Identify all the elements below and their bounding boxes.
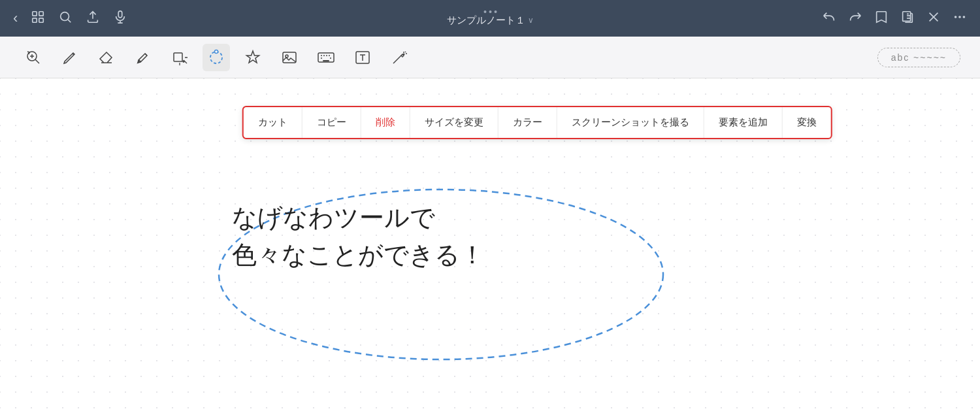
copy-button[interactable]: コピー xyxy=(302,107,361,138)
svg-line-34 xyxy=(393,56,401,63)
lasso-tool[interactable] xyxy=(203,44,230,71)
cut-button[interactable]: カット xyxy=(244,107,302,138)
top-nav: ‹ xyxy=(0,0,980,37)
svg-point-38 xyxy=(403,54,404,55)
svg-point-11 xyxy=(958,16,961,18)
image-tool[interactable] xyxy=(276,44,303,71)
svg-rect-7 xyxy=(903,11,911,21)
delete-button[interactable]: 削除 xyxy=(361,107,410,138)
color-button[interactable]: カラー xyxy=(498,107,557,138)
add-element-button[interactable]: 要素を追加 xyxy=(704,107,783,138)
toolbar-tools xyxy=(20,44,871,71)
nav-dots xyxy=(483,10,497,13)
star-tool[interactable] xyxy=(239,44,267,71)
svg-point-20 xyxy=(215,50,218,53)
dot-3 xyxy=(494,10,497,13)
nav-title-chevron-icon: ∨ xyxy=(528,16,534,25)
svg-rect-2 xyxy=(33,18,37,22)
svg-line-37 xyxy=(405,52,406,52)
mic-icon[interactable] xyxy=(113,10,127,27)
nav-title[interactable]: サンプルノート１ ∨ xyxy=(447,14,534,27)
shape-tool[interactable] xyxy=(166,44,193,71)
nav-right xyxy=(822,10,967,27)
dot-2 xyxy=(489,10,491,13)
canvas-area[interactable]: カット コピー 削除 サイズを変更 カラー スクリーンショットを撮る 要素を追加… xyxy=(0,78,980,413)
dot-1 xyxy=(483,10,486,13)
zoom-select-tool[interactable] xyxy=(20,44,47,71)
svg-rect-6 xyxy=(119,10,123,17)
svg-rect-17 xyxy=(174,53,182,61)
handwriting-line1: なげなわツールで xyxy=(232,199,485,237)
svg-rect-1 xyxy=(39,11,43,15)
pen-tool[interactable] xyxy=(56,44,84,71)
svg-line-14 xyxy=(35,59,39,63)
svg-point-12 xyxy=(963,16,966,18)
toolbar: abc ~~~~~ xyxy=(0,37,980,78)
resize-button[interactable]: サイズを変更 xyxy=(410,107,498,138)
back-button[interactable]: ‹ xyxy=(13,10,18,27)
svg-line-5 xyxy=(68,20,71,22)
screenshot-button[interactable]: スクリーンショットを撮る xyxy=(557,107,704,138)
svg-rect-3 xyxy=(39,18,43,22)
context-menu: カット コピー 削除 サイズを変更 カラー スクリーンショットを撮る 要素を追加… xyxy=(242,106,832,139)
svg-point-10 xyxy=(955,16,957,18)
redo-button[interactable] xyxy=(848,10,862,27)
nav-title-text: サンプルノート１ xyxy=(447,14,525,27)
text-tool[interactable] xyxy=(349,44,376,71)
add-page-icon[interactable] xyxy=(900,10,915,27)
abc-pill-container: abc ~~~~~ xyxy=(877,48,960,67)
handwriting-content: なげなわツールで 色々なことができる！ xyxy=(232,199,485,274)
bookmark-icon[interactable] xyxy=(874,10,889,27)
abc-pill[interactable]: abc ~~~~~ xyxy=(877,48,960,67)
undo-button[interactable] xyxy=(822,10,836,27)
svg-rect-0 xyxy=(33,11,37,15)
search-icon[interactable] xyxy=(58,10,73,27)
nav-center: サンプルノート１ ∨ xyxy=(447,10,534,27)
highlighter-tool[interactable] xyxy=(129,44,157,71)
more-icon[interactable] xyxy=(953,10,967,27)
convert-button[interactable]: 変換 xyxy=(783,107,831,138)
svg-point-4 xyxy=(61,12,69,20)
svg-point-18 xyxy=(183,61,184,62)
grid-icon[interactable] xyxy=(31,10,45,27)
eraser-tool[interactable] xyxy=(93,44,120,71)
nav-left: ‹ xyxy=(13,10,127,27)
share-icon[interactable] xyxy=(86,10,100,27)
keyboard-tool[interactable] xyxy=(312,44,340,71)
handwriting-line2: 色々なことができる！ xyxy=(232,237,485,274)
close-icon[interactable] xyxy=(926,10,941,27)
magic-tool[interactable] xyxy=(385,44,413,71)
